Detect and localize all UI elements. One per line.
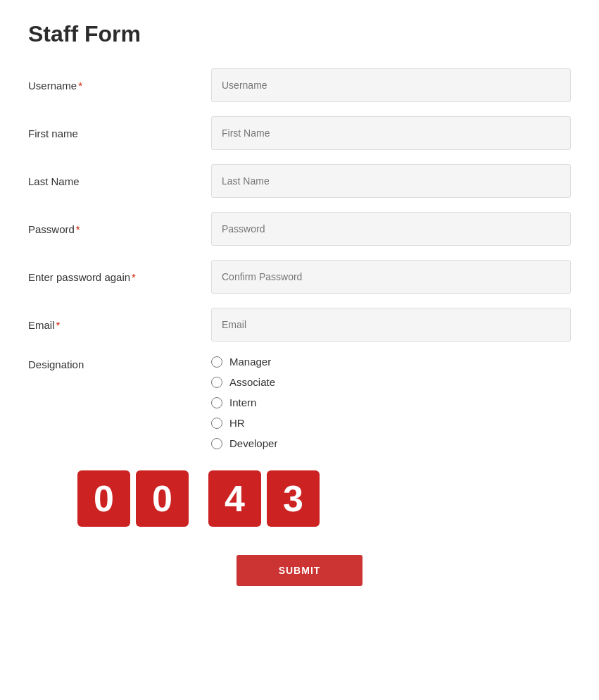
- label-firstname: First name: [28, 127, 211, 139]
- radio-label-hr: HR: [229, 417, 245, 429]
- submit-button[interactable]: SUBMIT: [237, 555, 363, 586]
- label-lastname: Last Name: [28, 175, 211, 187]
- radio-label-developer: Developer: [229, 437, 277, 449]
- field-row-confirm-password: Enter password again*: [28, 260, 571, 294]
- radio-associate[interactable]: [211, 377, 222, 388]
- input-lastname[interactable]: [211, 164, 571, 198]
- input-confirm-password[interactable]: [211, 260, 571, 294]
- radio-manager[interactable]: [211, 356, 222, 368]
- radio-item-manager[interactable]: Manager: [211, 356, 277, 368]
- radio-item-intern[interactable]: Intern: [211, 396, 277, 408]
- required-indicator: *: [132, 271, 136, 283]
- captcha-digit-0: 0: [77, 470, 130, 527]
- required-indicator: *: [56, 319, 61, 331]
- designation-label: Designation: [28, 356, 211, 370]
- submit-section: SUBMIT: [28, 555, 571, 586]
- field-row-password: Password*: [28, 212, 571, 246]
- field-row-username: Username*: [28, 68, 571, 102]
- required-indicator: *: [78, 80, 82, 92]
- required-indicator: *: [76, 223, 80, 235]
- radio-item-developer[interactable]: Developer: [211, 437, 277, 449]
- label-password: Password*: [28, 223, 211, 235]
- input-email[interactable]: [211, 308, 571, 342]
- label-confirm-password: Enter password again*: [28, 271, 211, 283]
- designation-radio-group: ManagerAssociateInternHRDeveloper: [211, 356, 277, 449]
- field-row-email: Email*: [28, 308, 571, 342]
- radio-item-hr[interactable]: HR: [211, 417, 277, 429]
- radio-label-intern: Intern: [229, 396, 256, 408]
- input-firstname[interactable]: [211, 116, 571, 150]
- radio-hr[interactable]: [211, 418, 222, 429]
- field-row-lastname: Last Name: [28, 164, 571, 198]
- radio-developer[interactable]: [211, 438, 222, 449]
- captcha-container: 0043: [28, 470, 571, 527]
- label-email: Email*: [28, 319, 211, 331]
- radio-label-manager: Manager: [229, 356, 271, 368]
- field-row-firstname: First name: [28, 116, 571, 150]
- captcha-digit-3: 3: [267, 470, 320, 527]
- staff-form: Username*First nameLast NamePassword*Ent…: [28, 68, 571, 586]
- label-username: Username*: [28, 80, 211, 92]
- captcha-digit-2: 4: [208, 470, 261, 527]
- radio-intern[interactable]: [211, 397, 222, 408]
- designation-row: Designation ManagerAssociateInternHRDeve…: [28, 356, 571, 449]
- radio-item-associate[interactable]: Associate: [211, 376, 277, 388]
- captcha-digit-1: 0: [136, 470, 189, 527]
- page-title: Staff Form: [28, 21, 571, 47]
- radio-label-associate: Associate: [229, 376, 275, 388]
- input-username[interactable]: [211, 68, 571, 102]
- input-password[interactable]: [211, 212, 571, 246]
